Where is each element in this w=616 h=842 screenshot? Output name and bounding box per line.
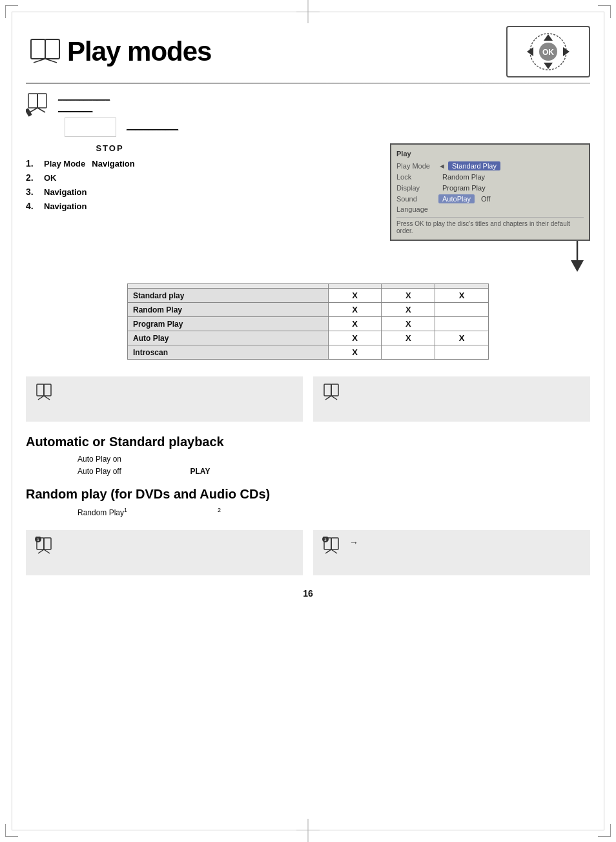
intro-book-icon [26, 92, 52, 118]
title-divider [26, 83, 590, 84]
row-autoplay-col1: X [328, 331, 382, 345]
step-label-2: OK [44, 173, 57, 183]
menu-label-language: Language [396, 205, 438, 213]
menu-option-autoplay: AutoPlay [438, 194, 475, 203]
row-label-random: Random Play [128, 303, 329, 317]
svg-rect-21 [44, 384, 51, 396]
menu-title-bar: Play [396, 150, 584, 158]
notes-row-1 [26, 376, 590, 422]
section2-line-1: Random Play1 2 [77, 506, 590, 519]
svg-rect-1 [45, 39, 59, 59]
svg-rect-31 [44, 538, 51, 549]
note-book-icon-bottom-2: 2 [322, 537, 343, 557]
main-content: Play modes OK [26, 26, 590, 816]
step-num-3: 3. [26, 187, 44, 197]
step-label-1: Play Mode [44, 159, 85, 169]
intro-text-block: ____________ ________ ____________ [58, 92, 590, 137]
menu-label-lock: Lock [396, 173, 438, 181]
intro-line-2: ________ [58, 103, 590, 112]
table-row-introscan: Introscan X [128, 345, 489, 360]
row-standard-col3: X [435, 289, 489, 303]
intro-line-1: ____________ [58, 92, 590, 101]
notes-row-bottom: 1 2 → [26, 530, 590, 575]
row-autoplay-col2: X [382, 331, 435, 345]
row-standard-col2: X [382, 289, 435, 303]
col-header-empty [128, 284, 329, 289]
row-program-col1: X [328, 317, 382, 331]
intro-box [65, 118, 116, 137]
menu-row-sound: Sound AutoPlay Off [396, 194, 584, 203]
menu-options-display: Program Play [438, 183, 489, 192]
note-box-bottom-2: 2 → [313, 530, 590, 575]
svg-rect-20 [37, 384, 44, 396]
svg-marker-9 [544, 63, 553, 69]
intro-link-2: ________ [58, 103, 92, 112]
row-label-autoplay: Auto Play [128, 331, 329, 345]
svg-line-41 [331, 549, 337, 553]
menu-description: Press OK to play the disc's titles and c… [396, 217, 584, 234]
col-header-3 [435, 284, 489, 289]
section1-line2-text: Auto Play off [77, 467, 121, 476]
step-row-4: 4. Navigation [26, 201, 194, 211]
menu-label-display: Display [396, 184, 438, 192]
section2-random-text: Random Play [77, 508, 124, 517]
svg-line-16 [37, 108, 45, 112]
row-program-col3 [435, 317, 489, 331]
svg-line-23 [38, 396, 44, 400]
step-num-2: 2. [26, 172, 44, 183]
step-action-4: Navigation [44, 201, 87, 211]
book-icon-large [26, 36, 65, 68]
row-random-col2: X [382, 303, 435, 317]
arrow-right-icon: → [349, 537, 358, 548]
row-program-col2: X [382, 317, 435, 331]
corner-mark-tl [5, 5, 18, 18]
capability-table-wrapper: Standard play X X X Random Play X X Prog… [26, 283, 590, 367]
svg-rect-0 [31, 39, 45, 59]
down-arrow-icon [564, 241, 590, 273]
menu-label-playmode: Play Mode [396, 162, 438, 170]
note-box-2 [313, 376, 590, 422]
note-book-icon-1 [35, 383, 56, 404]
svg-rect-12 [28, 94, 37, 108]
crosshair-bottom-v [308, 819, 309, 842]
capability-table: Standard play X X X Random Play X X Prog… [127, 283, 489, 360]
svg-text:OK: OK [542, 48, 554, 57]
svg-rect-17 [26, 108, 32, 116]
intro-link-3: ____________ [127, 121, 178, 130]
menu-option-off: Off [477, 194, 494, 203]
svg-line-15 [30, 108, 37, 112]
menu-option-random: Random Play [438, 172, 489, 181]
step-row-2: 2. OK [26, 172, 194, 183]
intro-section: ____________ ________ ____________ [26, 92, 590, 137]
row-introscan-col3 [435, 345, 489, 360]
row-label-program: Program Play [128, 317, 329, 331]
svg-line-34 [44, 549, 50, 553]
svg-marker-19 [571, 260, 584, 272]
menu-option-program: Program Play [438, 183, 489, 192]
intro-link-1: ____________ [58, 92, 110, 101]
section1-keyword: PLAY [190, 467, 210, 476]
section2-sub: Random Play1 2 [77, 506, 590, 519]
ok-nav-icon: OK [513, 29, 584, 74]
step-row-3: 3. Navigation [26, 187, 194, 197]
section1-heading: Automatic or Standard playback [26, 435, 590, 449]
svg-rect-25 [324, 384, 331, 396]
corner-mark-bl [5, 824, 18, 837]
step-num-4: 4. [26, 201, 44, 211]
row-introscan-col1: X [328, 345, 382, 360]
menu-row-lock: Lock Random Play [396, 172, 584, 181]
menu-options-sound: AutoPlay Off [438, 194, 495, 203]
step-action-1: Navigation [92, 159, 134, 169]
crosshair-bottom-h [296, 830, 320, 830]
corner-mark-tr [598, 5, 611, 18]
svg-rect-38 [331, 538, 338, 549]
row-random-col1: X [328, 303, 382, 317]
row-label-introscan: Introscan [128, 345, 329, 360]
row-label-standard: Standard play [128, 289, 329, 303]
note-box-1 [26, 376, 303, 422]
section2-sup1: 1 [124, 507, 127, 513]
section1-sub: Auto Play on Auto Play off PLAY [77, 453, 590, 478]
table-row-random: Random Play X X [128, 303, 489, 317]
menu-row-playmode: Play Mode ◄ Standard Play [396, 161, 584, 170]
col-header-2 [382, 284, 435, 289]
